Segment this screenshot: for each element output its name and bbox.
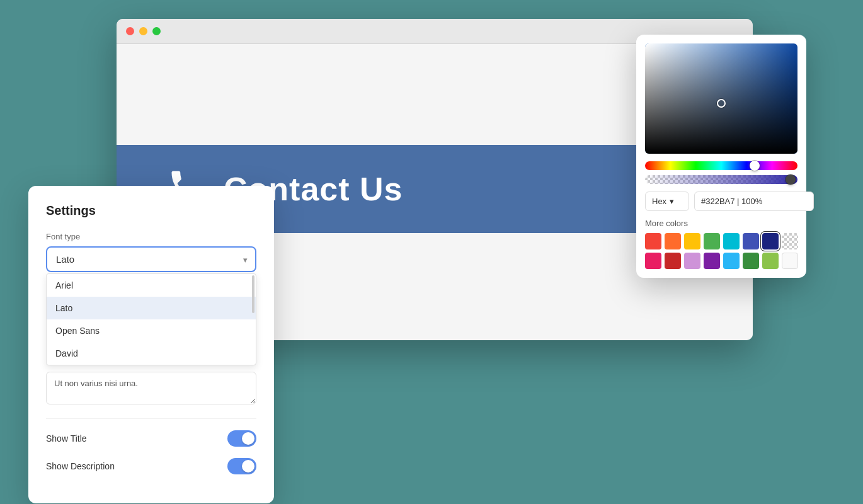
swatch-dark-green[interactable] [743,253,759,269]
font-select-container: Ariel Lato Open Sans David ▾ [46,246,256,272]
show-description-label: Show Description [46,461,115,471]
alpha-slider-container [645,175,797,184]
font-option-david[interactable]: David [47,342,256,365]
swatch-dark-blue[interactable] [762,233,779,249]
show-description-toggle[interactable] [227,458,256,474]
color-picker-panel: Hex ▾ More colors [636,35,806,278]
alpha-thumb[interactable] [786,175,796,185]
swatch-dark-red[interactable] [665,253,681,269]
swatch-green[interactable] [704,233,720,249]
color-swatches-row2 [645,253,797,269]
color-gradient-area[interactable] [645,43,797,154]
dropdown-scrollbar[interactable] [252,275,254,313]
traffic-light-yellow[interactable] [139,27,147,35]
hue-slider-container [645,161,797,170]
swatch-transparent[interactable] [782,233,798,249]
hex-format-label: Hex [652,197,666,206]
show-title-label: Show Title [46,433,87,444]
divider [46,418,256,419]
hex-input-row: Hex ▾ [645,192,797,211]
swatch-red[interactable] [645,233,661,249]
hex-value-input[interactable] [694,192,814,211]
swatch-teal[interactable] [723,233,740,249]
swatch-light-blue[interactable] [723,253,740,269]
font-dropdown-open: Ariel Lato Open Sans David [46,273,256,365]
color-swatches-row1 [645,233,797,249]
show-title-row: Show Title [46,430,256,447]
swatch-lime[interactable] [762,253,779,269]
font-type-label: Font type [46,232,256,241]
alpha-slider[interactable] [645,175,797,184]
chevron-down-icon-hex: ▾ [670,197,674,206]
show-title-toggle[interactable] [227,430,256,447]
swatch-indigo[interactable] [743,233,759,249]
font-option-lato[interactable]: Lato [47,297,256,319]
swatch-pink[interactable] [645,253,661,269]
swatch-yellow[interactable] [684,233,700,249]
hue-thumb[interactable] [750,161,760,171]
hex-format-select[interactable]: Hex ▾ [645,192,689,211]
description-textarea[interactable]: Ut non varius nisi urna. [46,372,256,404]
font-select[interactable]: Ariel Lato Open Sans David [46,246,256,272]
swatch-extra[interactable] [782,253,798,269]
traffic-light-green[interactable] [152,27,161,35]
more-colors-label: More colors [645,219,797,228]
swatch-purple-light[interactable] [684,253,700,269]
swatch-purple[interactable] [704,253,720,269]
settings-panel: Settings Font type Ariel Lato Open Sans … [28,186,274,503]
color-cursor[interactable] [717,99,726,108]
traffic-light-red[interactable] [126,27,134,35]
swatch-orange[interactable] [665,233,681,249]
show-description-row: Show Description [46,458,256,474]
hue-slider[interactable] [645,161,797,170]
font-option-opensans[interactable]: Open Sans [47,319,256,342]
settings-panel-title: Settings [46,203,256,218]
font-option-ariel[interactable]: Ariel [47,274,256,297]
